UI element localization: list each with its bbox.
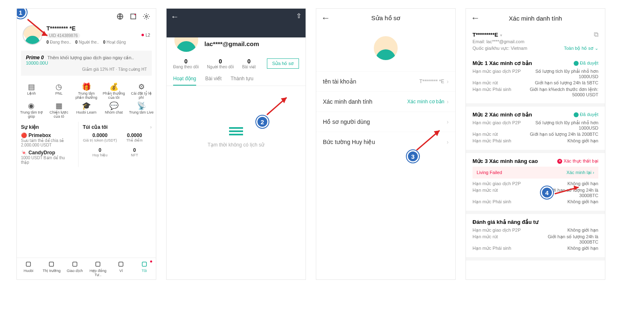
shortcut-grid: ▤Lệnh ◷PNL 🎁Trung tâm phần thưởng 💰Phần … bbox=[17, 79, 156, 122]
nav-Giao dịch[interactable]: Giao dịch bbox=[63, 258, 86, 279]
level-block: Mức 2 Xác minh cơ bảnĐã duyệtHạn mức gia… bbox=[466, 107, 605, 153]
nav-Thị trường[interactable]: Thị trường bbox=[40, 258, 63, 279]
step-3-badge: 3 bbox=[407, 150, 419, 163]
username: T******** *E bbox=[46, 25, 150, 32]
gear-icon[interactable] bbox=[143, 13, 150, 22]
empty-state: Tạm thời không có lịch sử bbox=[167, 127, 306, 148]
bottom-nav: Huobi Thị trường Giao dịch Hợp đồng Tư..… bbox=[17, 258, 156, 279]
arrow-2 bbox=[264, 94, 293, 119]
page-title: Sửa hồ sơ bbox=[333, 14, 439, 22]
screen-profile: ← ⇧ lac****@gmail.com 0Đang theo dõi0Ngư… bbox=[166, 8, 306, 280]
arrow-3 bbox=[414, 127, 447, 154]
arrow-4 bbox=[553, 185, 586, 197]
tab-Bài viết[interactable]: Bài viết bbox=[205, 72, 222, 86]
back-icon[interactable]: ← bbox=[471, 13, 482, 23]
avatar[interactable] bbox=[373, 35, 399, 61]
reverify-link[interactable]: Xác minh lại › bbox=[566, 170, 594, 175]
shortcut-2[interactable]: 🎁Trung tâm phần thưởng bbox=[74, 82, 100, 100]
screen-identity: ← Xác minh danh tính T*********E ▾ ⧉ Ema… bbox=[466, 8, 605, 280]
svg-rect-10 bbox=[119, 262, 123, 267]
username: T*********E bbox=[473, 32, 498, 38]
screen-account: 1 T******** *E UID 414389876 L2 0 Đang t… bbox=[16, 8, 156, 280]
level-block: Mức 1 Xác minh cơ bảnĐã duyệtHạn mức gia… bbox=[466, 55, 605, 107]
level-block: Đánh giá khả năng đầu tưHạn mức giao dịc… bbox=[466, 214, 605, 260]
follow-stats: 0 Đang theo.. 0 Người the.. 0 Hoạt động bbox=[46, 40, 150, 44]
shortcut-4[interactable]: ⚙Cài đặt tỷ lệ phí bbox=[128, 82, 154, 100]
step-4-badge: 4 bbox=[541, 186, 553, 199]
event-item[interactable]: 🍬 CandyDrop1000 USDT Bấm để thu thập bbox=[21, 150, 74, 165]
nav-Ví[interactable]: Ví bbox=[109, 258, 132, 279]
share-icon[interactable]: ⇧ bbox=[296, 12, 301, 20]
bag-title: Túi của tôi › bbox=[83, 124, 152, 130]
verify-alert: Living FailedXác minh lại › bbox=[473, 167, 598, 179]
svg-rect-7 bbox=[49, 262, 54, 267]
stat-Đang theo dõi[interactable]: 0Đang theo dõi bbox=[173, 58, 199, 69]
events-title: Sự kiện bbox=[21, 124, 74, 130]
svg-rect-8 bbox=[73, 262, 77, 267]
svg-rect-6 bbox=[26, 262, 31, 267]
back-icon[interactable]: ← bbox=[321, 13, 333, 23]
arrow-1 bbox=[26, 18, 55, 42]
prime-card[interactable]: Prime 0 Thêm khối lượng giao dịch giao n… bbox=[21, 51, 152, 76]
shortcut-1[interactable]: ◷PNL bbox=[46, 82, 72, 100]
shortcut-5[interactable]: ◉Trung tâm trợ giúp bbox=[19, 101, 44, 119]
shortcut-6[interactable]: ▦Chiến lược của tô bbox=[46, 101, 72, 119]
shortcut-9[interactable]: 📡Trung tâm Live bbox=[128, 101, 154, 119]
nav-Huobi[interactable]: Huobi bbox=[17, 258, 40, 279]
country-value: Vietnam bbox=[511, 46, 527, 51]
nav-Hợp đồng Tư..[interactable]: Hợp đồng Tư.. bbox=[86, 258, 109, 279]
page-title: Xác minh danh tính bbox=[482, 15, 588, 22]
screen-edit-profile: ← Sửa hồ sơ tên tài khoản T******** *E ›… bbox=[316, 8, 456, 280]
globe-icon[interactable] bbox=[116, 13, 124, 22]
svg-point-5 bbox=[146, 16, 148, 18]
stat-Bài viết[interactable]: 0Bài viết bbox=[242, 58, 256, 69]
level-badge: L2 bbox=[141, 33, 150, 37]
svg-rect-11 bbox=[142, 262, 147, 267]
tab-Hoạt động[interactable]: Hoạt động bbox=[173, 72, 196, 86]
copy-icon[interactable]: ⧉ bbox=[594, 31, 598, 38]
svg-rect-9 bbox=[96, 262, 100, 267]
row-tên tài khoản[interactable]: tên tài khoản T******** *E › bbox=[316, 71, 455, 91]
scan-icon[interactable] bbox=[130, 13, 137, 22]
nav-Tôi[interactable]: Tôi bbox=[133, 258, 156, 279]
shortcut-8[interactable]: 💬Nhóm chat bbox=[101, 101, 127, 119]
profile-tabs: Hoạt độngBài viếtThành tựu bbox=[167, 72, 306, 86]
stat-Người theo dõi[interactable]: 0Người theo dõi bbox=[207, 58, 234, 69]
shortcut-3[interactable]: 💰Phần thưởng của tôi bbox=[101, 82, 127, 100]
event-item[interactable]: 🔴 PrimeboxSưu tầm thẻ để chia sẻ 2.000.0… bbox=[21, 132, 74, 147]
edit-profile-button[interactable]: Sửa hồ sơ bbox=[267, 58, 299, 69]
row-Xác minh danh tính[interactable]: Xác minh danh tính Xác minh cơ bản › bbox=[316, 91, 455, 112]
shortcut-7[interactable]: 🎓Huobi Learn bbox=[74, 101, 100, 119]
cover: ← ⇧ bbox=[167, 9, 306, 37]
shortcut-0[interactable]: ▤Lệnh bbox=[19, 82, 44, 100]
step-2-badge: 2 bbox=[256, 116, 269, 128]
tab-Thành tựu[interactable]: Thành tựu bbox=[231, 72, 253, 86]
svg-point-4 bbox=[134, 14, 136, 15]
level-block: Mức 3 Xác minh nâng caoXác thực thất bại… bbox=[466, 153, 605, 214]
full-profile-link[interactable]: Toàn bộ hồ sơ ⌄ bbox=[564, 46, 598, 51]
profile-stats: 0Đang theo dõi0Người theo dõi0Bài viếtSử… bbox=[167, 53, 306, 72]
profile-email: lac****@gmail.com bbox=[204, 40, 259, 47]
email-value: lac****@gmail.com bbox=[486, 39, 524, 44]
back-icon[interactable]: ← bbox=[171, 12, 179, 21]
